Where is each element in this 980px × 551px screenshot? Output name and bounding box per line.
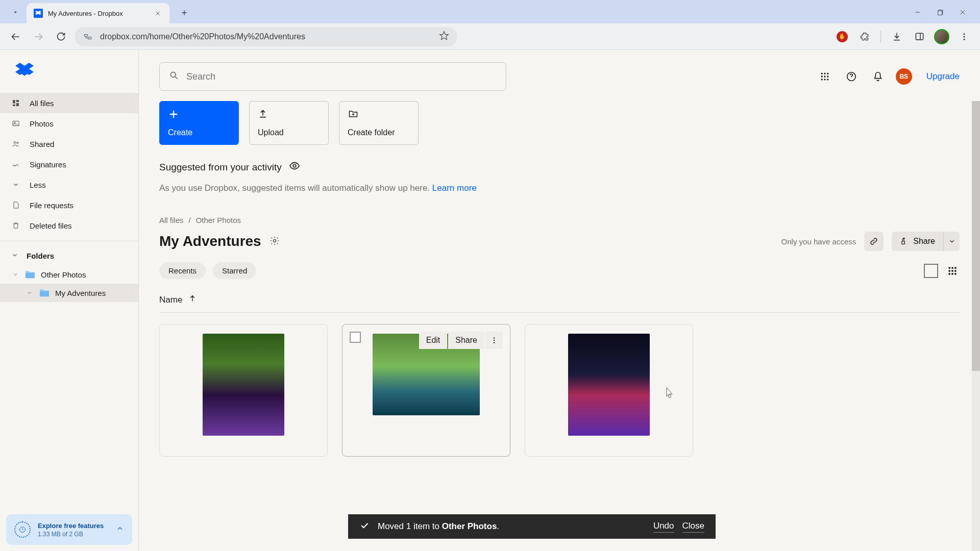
tree-label: My Adventures [55, 289, 106, 297]
chevron-up-icon[interactable] [116, 524, 124, 535]
sidebar-label: Less [30, 181, 46, 189]
breadcrumb-item[interactable]: All files [159, 216, 184, 224]
explore-features-card[interactable]: Explore free features 1.33 MB of 2 GB [6, 514, 132, 545]
url-text: dropbox.com/home/Other%20Photos/My%20Adv… [100, 32, 432, 41]
folders-label: Folders [27, 252, 54, 260]
vertical-scrollbar[interactable] [972, 101, 980, 551]
selection-checkbox[interactable] [350, 332, 361, 343]
upload-icon [258, 109, 269, 120]
edit-button[interactable]: Edit [419, 332, 448, 349]
file-card[interactable] [159, 324, 328, 457]
gear-icon[interactable] [270, 236, 281, 247]
search-icon [169, 70, 179, 83]
file-grid: Edit Share [159, 324, 960, 457]
svg-rect-9 [16, 100, 19, 102]
back-button[interactable] [7, 28, 24, 45]
chevron-down-icon[interactable] [11, 270, 19, 279]
upload-button[interactable]: Upload [249, 101, 329, 145]
sidebar-item-less[interactable]: Less [0, 174, 138, 195]
create-folder-button[interactable]: Create folder [339, 101, 419, 145]
svg-rect-34 [951, 270, 953, 271]
sidebar-label: File requests [30, 201, 74, 210]
plus-icon [168, 109, 179, 120]
grid-view-icon[interactable] [945, 264, 960, 278]
folder-icon [24, 270, 36, 279]
starred-chip[interactable]: Starred [213, 262, 256, 279]
suggested-subtitle: As you use Dropbox, suggested items will… [159, 183, 960, 193]
sidebar-item-file-requests[interactable]: File requests [0, 195, 138, 215]
svg-point-5 [964, 33, 965, 35]
chevron-down-icon[interactable] [26, 289, 34, 297]
close-toast-button[interactable]: Close [682, 521, 704, 533]
sidebar-item-shared[interactable]: Shared [0, 134, 138, 154]
sidebar-label: Photos [30, 119, 54, 128]
more-options-icon[interactable] [485, 332, 503, 349]
tree-item-my-adventures[interactable]: My Adventures [0, 284, 138, 302]
close-window-icon[interactable] [958, 7, 968, 17]
svg-point-19 [824, 73, 825, 74]
site-info-icon[interactable] [83, 32, 93, 42]
dropbox-logo[interactable] [0, 62, 138, 93]
chevron-down-icon [11, 252, 18, 260]
sidebar-item-signatures[interactable]: Signatures [0, 154, 138, 174]
copy-link-button[interactable] [864, 232, 884, 251]
adblock-extension-icon[interactable]: ✋ [834, 28, 851, 45]
people-icon [11, 139, 20, 148]
upgrade-link[interactable]: Upgrade [926, 71, 960, 82]
maximize-icon[interactable] [935, 7, 945, 17]
learn-more-link[interactable]: Learn more [432, 183, 477, 193]
sidebar-folders-header[interactable]: Folders [0, 246, 138, 265]
search-input[interactable] [186, 71, 497, 82]
browser-tab-active[interactable]: My Adventures - Dropbox [27, 3, 169, 23]
close-tab-icon[interactable] [153, 9, 162, 18]
eye-icon[interactable] [289, 160, 300, 174]
recents-chip[interactable]: Recents [159, 262, 206, 279]
help-icon[interactable] [843, 68, 860, 85]
share-label: Share [913, 237, 935, 246]
share-button[interactable]: Share [448, 332, 484, 349]
select-all-checkbox[interactable] [924, 264, 938, 278]
downloads-icon[interactable] [888, 28, 905, 45]
tab-search-dropdown[interactable] [7, 4, 23, 20]
account-avatar[interactable]: BS [896, 68, 912, 85]
create-button[interactable]: Create [159, 101, 239, 145]
toast-notification: Moved 1 item to Other Photos. Undo Close [348, 514, 716, 539]
search-box[interactable] [159, 62, 506, 91]
share-button[interactable]: Share [892, 232, 943, 251]
explore-title: Explore free features [38, 522, 104, 530]
chrome-menu-icon[interactable] [955, 28, 973, 45]
scrollbar-thumb[interactable] [972, 101, 980, 371]
sidebar: All files Photos Shared Signatures Less … [0, 50, 139, 551]
minimize-icon[interactable] [913, 7, 923, 17]
svg-point-21 [821, 76, 822, 77]
undo-button[interactable]: Undo [653, 521, 674, 533]
file-card[interactable]: Edit Share [342, 324, 510, 457]
profile-avatar[interactable] [933, 28, 950, 45]
svg-rect-37 [951, 273, 953, 274]
photo-icon [11, 119, 20, 128]
side-panel-icon[interactable] [911, 28, 928, 45]
tab-title: My Adventures - Dropbox [48, 10, 148, 17]
table-header[interactable]: Name [159, 294, 960, 313]
app-grid-icon[interactable] [816, 68, 834, 85]
sidebar-item-all-files[interactable]: All files [0, 93, 138, 113]
forward-button[interactable] [30, 28, 47, 45]
svg-point-24 [821, 79, 822, 80]
breadcrumb-item[interactable]: Other Photos [196, 216, 241, 224]
tree-item-other-photos[interactable]: Other Photos [0, 265, 138, 284]
toast-message: Moved 1 item to Other Photos. [378, 521, 499, 532]
svg-rect-36 [949, 273, 950, 274]
new-tab-button[interactable] [177, 5, 192, 20]
extensions-icon[interactable] [856, 28, 873, 45]
svg-rect-10 [16, 103, 19, 106]
file-icon [11, 201, 20, 210]
file-card[interactable] [525, 324, 693, 457]
bookmark-star-icon[interactable] [439, 31, 449, 43]
address-bar[interactable]: dropbox.com/home/Other%20Photos/My%20Adv… [75, 27, 457, 46]
share-dropdown-button[interactable] [943, 232, 960, 251]
sidebar-item-photos[interactable]: Photos [0, 113, 138, 134]
notifications-icon[interactable] [869, 68, 887, 85]
reload-button[interactable] [52, 28, 69, 45]
sidebar-item-deleted-files[interactable]: Deleted files [0, 215, 138, 236]
sort-ascending-icon[interactable] [188, 294, 197, 305]
